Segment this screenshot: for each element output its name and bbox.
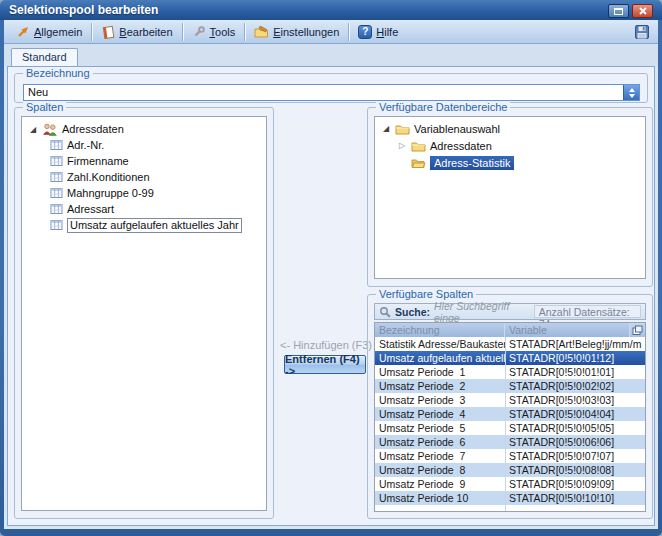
- toolbar-button-allgemein[interactable]: Allgemein: [9, 22, 89, 42]
- tree-item-column[interactable]: Zahl.Konditionen: [22, 169, 266, 185]
- search-bar[interactable]: Suche: Hier Suchbegriff einge Anzahl Dat…: [374, 303, 646, 320]
- add-button-disabled[interactable]: <- Hinzufügen (F3): [280, 339, 372, 351]
- spalten-tree: ◢ Adressdaten Adr.-Nr. Firmenname: [21, 116, 267, 511]
- table-column-icon: [50, 203, 63, 215]
- tree-item-adress-statistik-selected[interactable]: Adress-Statistik: [375, 154, 645, 171]
- tree-item-adressdaten[interactable]: ▷ Adressdaten: [375, 137, 645, 154]
- toolbar-label: Bearbeiten: [119, 26, 172, 38]
- tree-item-label: Zahl.Konditionen: [67, 171, 150, 183]
- table-row[interactable]: Umsatz Periode 4STATADR[0!5!0!04!04]: [375, 407, 645, 421]
- table-row[interactable]: Umsatz Periode 7STATADR[0!5!0!07!07]: [375, 449, 645, 463]
- datenbereiche-tree: ◢ Variablenauswahl ▷ Adressdaten: [374, 116, 646, 279]
- table-row[interactable]: Umsatz Periode 9STATADR[0!5!0!09!09]: [375, 477, 645, 491]
- tree-item-column-focused[interactable]: Umsatz aufgelaufen aktuelles Jahr: [22, 217, 266, 233]
- tree-item-label: Variablenauswahl: [414, 123, 500, 135]
- toolbar-separator: [348, 23, 349, 41]
- save-icon: [634, 24, 650, 40]
- folder-closed-icon: [411, 140, 426, 152]
- toolbar-button-tools[interactable]: Tools: [185, 22, 243, 42]
- toolbar-button-hilfe[interactable]: ? Hilfe: [351, 22, 405, 42]
- people-icon: [42, 123, 58, 136]
- tree-item-column[interactable]: Mahngruppe 0-99: [22, 185, 266, 201]
- tab-strip: Standard: [4, 44, 658, 66]
- save-button[interactable]: [634, 24, 653, 40]
- spin-up-icon: [629, 88, 635, 92]
- restore-icon: [614, 7, 623, 15]
- toolbar: Allgemein Bearbeiten Tools: [4, 20, 658, 44]
- group-bezeichnung: Bezeichnung Neu: [14, 73, 648, 103]
- tab-standard[interactable]: Standard: [11, 48, 78, 66]
- tree-item-label: Adressdaten: [430, 140, 492, 152]
- tree-item-adressdaten-root[interactable]: ◢ Adressdaten: [22, 121, 266, 137]
- table-row[interactable]: Umsatz Periode 2STATADR[0!5!0!02!02]: [375, 379, 645, 393]
- bezeichnung-combobox[interactable]: Neu: [23, 84, 640, 101]
- toolbar-label: Einstellungen: [273, 26, 339, 38]
- wrench-icon: [192, 25, 206, 39]
- toolbar-label: Hilfe: [376, 26, 398, 38]
- tree-item-column[interactable]: Adressart: [22, 201, 266, 217]
- folder-closed-icon: [395, 123, 410, 135]
- column-separator: [505, 337, 506, 511]
- table-row[interactable]: Umsatz Periode 10STATADR[0!5!0!10!10]: [375, 491, 645, 505]
- table-row[interactable]: Umsatz Periode 6STATADR[0!5!0!06!06]: [375, 435, 645, 449]
- table-column-icon: [50, 155, 63, 167]
- folder-pencil-icon: [254, 25, 269, 39]
- table-row-selected[interactable]: Umsatz aufgelaufen aktuelles JahrSTATADR…: [375, 351, 645, 365]
- table-column-icon: [50, 219, 63, 231]
- toolbar-separator: [182, 23, 183, 41]
- arrow-up-right-icon: [16, 25, 30, 39]
- toolbar-label: Allgemein: [34, 26, 82, 38]
- tree-item-label: Umsatz aufgelaufen aktuelles Jahr: [67, 218, 242, 233]
- tree-item-variablenauswahl[interactable]: ◢ Variablenauswahl: [375, 120, 645, 137]
- table-row[interactable]: Umsatz Periode 1STATADR[0!5!0!01!01]: [375, 365, 645, 379]
- table-column-icon: [50, 171, 63, 183]
- toolbar-separator: [91, 23, 92, 41]
- table-header: Bezeichnung Variable: [375, 323, 645, 337]
- table-row[interactable]: Umsatz Periode 8STATADR[0!5!0!08!08]: [375, 463, 645, 477]
- remove-button[interactable]: Entfernen (F4) ->: [284, 355, 366, 374]
- available-columns-table: Bezeichnung Variable Statistik Adresse/B…: [374, 322, 646, 512]
- restore-button[interactable]: [608, 4, 629, 18]
- column-header-bezeichnung[interactable]: Bezeichnung: [375, 323, 505, 337]
- group-label-datenbereiche: Verfügbare Datenbereiche: [376, 101, 510, 114]
- toolbar-button-einstellungen[interactable]: Einstellungen: [247, 22, 346, 42]
- table-row[interactable]: Umsatz Periode 5STATADR[0!5!0!05!05]: [375, 421, 645, 435]
- column-chooser-button[interactable]: [630, 323, 645, 337]
- help-icon: ?: [358, 25, 372, 39]
- tree-item-label: Firmenname: [67, 155, 129, 167]
- expanded-triangle-icon[interactable]: ◢: [381, 124, 391, 133]
- tab-page: Bezeichnung Neu Spalten ◢: [7, 66, 655, 526]
- group-spalten: Spalten ◢ Adressdaten Adr.-Nr.: [14, 107, 274, 519]
- window-title: Selektionspool bearbeiten: [9, 3, 158, 17]
- tree-item-column[interactable]: Adr.-Nr.: [22, 137, 266, 153]
- tree-item-label: Adr.-Nr.: [67, 139, 104, 151]
- titlebar: Selektionspool bearbeiten: [0, 0, 662, 20]
- toolbar-separator: [244, 23, 245, 41]
- record-count: Anzahl Datensätze: 74: [534, 305, 641, 318]
- window: Selektionspool bearbeiten Allgemein: [0, 0, 662, 536]
- expanded-triangle-icon[interactable]: ◢: [28, 125, 38, 134]
- combobox-spinner-button[interactable]: [623, 85, 639, 100]
- collapsed-triangle-icon[interactable]: ▷: [397, 141, 407, 150]
- group-verfuegbare-spalten: Verfügbare Spalten Suche: Hier Suchbegri…: [367, 294, 653, 519]
- search-label: Suche:: [395, 306, 430, 318]
- close-icon: [639, 7, 647, 15]
- column-header-variable[interactable]: Variable: [505, 323, 630, 337]
- combobox-value: Neu: [24, 85, 639, 100]
- notebook-icon: [101, 25, 115, 39]
- close-button[interactable]: [632, 4, 653, 18]
- client-area: Allgemein Bearbeiten Tools: [4, 20, 658, 529]
- spin-down-icon: [629, 94, 635, 98]
- folder-open-icon: [411, 157, 426, 169]
- table-row[interactable]: Umsatz Periode 3STATADR[0!5!0!03!03]: [375, 393, 645, 407]
- tree-item-label: Adressdaten: [62, 123, 124, 135]
- tree-item-label: Mahngruppe 0-99: [67, 187, 154, 199]
- search-placeholder[interactable]: Hier Suchbegriff einge: [434, 300, 530, 324]
- group-label-spalten: Spalten: [23, 101, 66, 114]
- toolbar-button-bearbeiten[interactable]: Bearbeiten: [94, 22, 179, 42]
- column-chooser-icon: [632, 325, 643, 336]
- tree-item-column[interactable]: Firmenname: [22, 153, 266, 169]
- table-column-icon: [50, 139, 63, 151]
- tree-item-label: Adressart: [67, 203, 114, 215]
- table-row[interactable]: Statistik Adresse/BaukastenSTATADR[Art!B…: [375, 337, 645, 351]
